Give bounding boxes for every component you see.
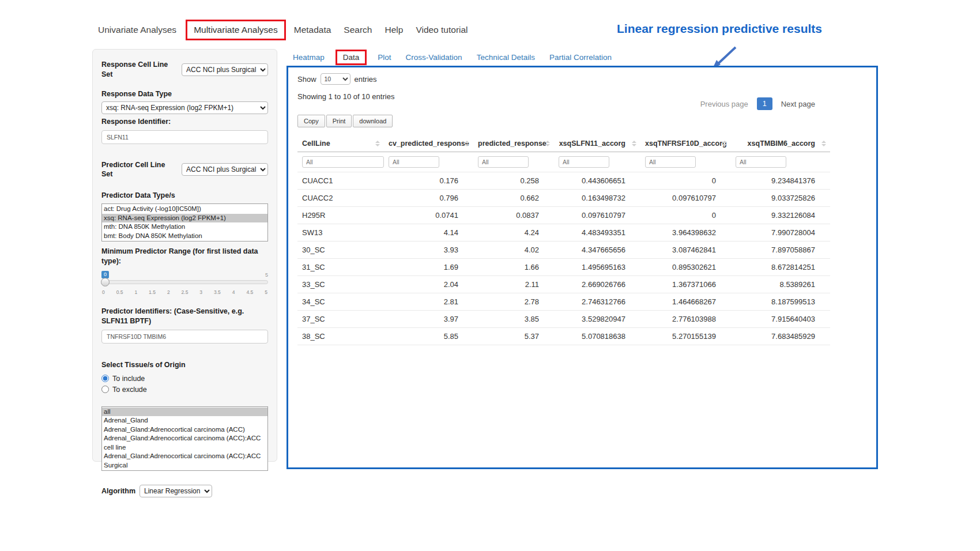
slider-track[interactable]	[101, 280, 268, 284]
top-nav: Univariate AnalysesMultivariate Analyses…	[98, 20, 481, 40]
response-identifier-input[interactable]	[101, 130, 268, 144]
tab-data[interactable]: Data	[336, 50, 367, 65]
previous-page-button[interactable]: Previous page	[700, 100, 748, 108]
copy-button[interactable]: Copy	[297, 115, 325, 127]
cell-value: 8.187599513	[731, 293, 830, 311]
sort-icon[interactable]	[632, 141, 636, 146]
option-adrenal-gland[interactable]: Adrenal_Gland	[102, 416, 267, 425]
slider-tick: 4	[232, 289, 235, 295]
cell-value: 0.163498732	[554, 190, 640, 207]
table-body: CUACC10.1760.2580.44360665109.234841376C…	[297, 172, 830, 345]
min-predictor-range-label: Minimum Predictor Range (for first liste…	[101, 247, 268, 266]
table-row[interactable]: 31_SC1.691.661.4956951630.8953026218.672…	[297, 259, 830, 276]
next-page-button[interactable]: Next page	[781, 100, 815, 108]
cell-value: 0.097610797	[640, 190, 731, 207]
response-cell-line-set-select[interactable]: ACC NCI plus Surgical	[182, 63, 268, 76]
sort-icon[interactable]	[821, 141, 826, 146]
cell-value: 2.776103988	[640, 311, 731, 328]
cell-value: 1.367371066	[640, 276, 731, 293]
option-bmt-body-dna-850k-methylation[interactable]: bmt: Body DNA 850K Methylation	[102, 232, 267, 241]
option-xsq-rna-seq-expression-log2-fpkm-1[interactable]: xsq: RNA-seq Expression (log2 FPKM+1)	[102, 214, 267, 223]
cell-value: 3.964398632	[640, 224, 731, 241]
table-row[interactable]: H295R0.07410.08370.09761079709.332126084	[297, 207, 830, 224]
table-row[interactable]: 38_SC5.855.375.0708186385.2701551397.683…	[297, 328, 830, 345]
sort-icon[interactable]	[465, 141, 469, 146]
nav-item-multivariate-analyses[interactable]: Multivariate Analyses	[186, 20, 286, 40]
column-header-xsqtnfrsf10d-accorg[interactable]: xsqTNFRSF10D_accorg	[640, 135, 731, 152]
column-header-cellline[interactable]: CellLine	[297, 135, 384, 152]
tab-heatmap[interactable]: Heatmap	[293, 53, 325, 62]
sort-icon[interactable]	[375, 141, 380, 146]
option-adrenal-gland-adrenocortical-carcinoma-acc[interactable]: Adrenal_Gland:Adrenocortical carcinoma (…	[102, 425, 267, 435]
option-mth-dna-850k-methylation[interactable]: mth: DNA 850K Methylation	[102, 222, 267, 232]
radio-to-exclude[interactable]: To exclude	[101, 386, 268, 394]
table-row[interactable]: CUACC10.1760.2580.44360665109.234841376	[297, 172, 830, 190]
column-header-xsqtmbim6-accorg[interactable]: xsqTMBIM6_accorg	[731, 135, 830, 152]
cell-value: 3.529820947	[554, 311, 640, 328]
cell-value: 0	[640, 207, 731, 224]
sort-icon[interactable]	[545, 141, 550, 146]
print-button[interactable]: Print	[326, 115, 352, 127]
tissue-radio-group: To includeTo exclude	[101, 375, 268, 394]
tab-technical-details[interactable]: Technical Details	[477, 53, 535, 62]
radio-input-to-exclude[interactable]	[101, 386, 109, 393]
nav-item-search[interactable]: Search	[344, 25, 372, 35]
response-cell-line-set-field: Response Cell Line Set ACC NCI plus Surg…	[101, 60, 268, 80]
table-row[interactable]: CUACC20.7960.6620.1634987320.0976107979.…	[297, 190, 830, 207]
cell-line-value: CUACC2	[297, 190, 384, 207]
response-data-type-select[interactable]: xsq: RNA-seq Expression (log2 FPKM+1)	[101, 101, 268, 114]
cell-value: 0.796	[384, 190, 473, 207]
table-row[interactable]: 37_SC3.973.853.5298209472.7761039887.915…	[297, 311, 830, 328]
slider-handle[interactable]	[101, 278, 110, 286]
predictor-cell-line-set-field: Predictor Cell Line Set ACC NCI plus Sur…	[101, 160, 268, 180]
filter-input-xsqslfn11-accorg[interactable]	[559, 156, 609, 168]
cell-value: 9.234841376	[731, 172, 830, 190]
cell-value: 0.662	[473, 190, 554, 207]
predictor-identifiers-label: Predictor Identifiers: (Case-Sensitive, …	[101, 307, 268, 326]
table-row[interactable]: SW134.144.244.4834933513.9643986327.9907…	[297, 224, 830, 241]
column-label: predicted_response	[478, 139, 546, 148]
filter-input-cellline[interactable]	[302, 156, 384, 168]
cell-line-value: 30_SC	[297, 241, 384, 259]
table-row[interactable]: 34_SC2.812.782.7463127661.4646682678.187…	[297, 293, 830, 311]
tab-partial-correlation[interactable]: Partial Correlation	[549, 53, 612, 62]
option-act-drug-activity-log10-ic50m[interactable]: act: Drug Activity (-log10[IC50M])	[102, 205, 267, 214]
slider-tick: 1	[134, 289, 137, 295]
tissue-label: Select Tissue/s of Origin	[101, 360, 268, 370]
pagination: Previous page 1 Next page	[700, 97, 815, 110]
sort-icon[interactable]	[722, 141, 727, 146]
option-all[interactable]: all	[102, 407, 267, 417]
page-number-button[interactable]: 1	[757, 97, 772, 110]
filter-input-cv-predicted-response[interactable]	[389, 156, 439, 168]
tab-plot[interactable]: Plot	[378, 53, 391, 62]
column-header-xsqslfn11-accorg[interactable]: xsqSLFN11_accorg	[554, 135, 640, 152]
slider-tick: 3	[199, 289, 202, 295]
nav-item-metadata[interactable]: Metadata	[294, 25, 331, 35]
slider-tick: 0	[102, 289, 105, 295]
cell-value: 4.483493351	[554, 224, 640, 241]
download-button[interactable]: download	[353, 115, 393, 127]
option-adrenal-gland-adrenocortical-carcinoma-acc-acc-s[interactable]: Adrenal_Gland:Adrenocortical carcinoma (…	[102, 452, 267, 470]
cell-value: 3.85	[473, 311, 554, 328]
nav-item-help[interactable]: Help	[385, 25, 403, 35]
column-header-predicted-response[interactable]: predicted_response	[473, 135, 554, 152]
entries-select[interactable]: 10	[321, 73, 350, 85]
predictor-identifiers-input[interactable]	[101, 330, 268, 344]
table-row[interactable]: 30_SC3.934.024.3476656563.0874628417.897…	[297, 241, 830, 259]
column-header-cv-predicted-response[interactable]: cv_predicted_response	[384, 135, 473, 152]
option-adrenal-gland-adrenocortical-carcinoma-acc-acc-c[interactable]: Adrenal_Gland:Adrenocortical carcinoma (…	[102, 434, 267, 452]
nav-item-video-tutorial[interactable]: Video tutorial	[416, 25, 468, 35]
predictor-data-type-list: act: Drug Activity (-log10[IC50M])xsq: R…	[101, 203, 268, 241]
filter-input-predicted-response[interactable]	[478, 156, 529, 168]
cell-value: 8.5389261	[731, 276, 830, 293]
filter-input-xsqtmbim6-accorg[interactable]	[736, 156, 786, 168]
radio-to-include[interactable]: To include	[101, 375, 268, 383]
filter-input-xsqtnfrsf10d-accorg[interactable]	[645, 156, 696, 168]
algorithm-select[interactable]: Linear Regression	[140, 485, 212, 497]
nav-item-univariate-analyses[interactable]: Univariate Analyses	[98, 25, 176, 35]
radio-input-to-include[interactable]	[101, 375, 109, 382]
tab-cross-validation[interactable]: Cross-Validation	[406, 53, 462, 62]
table-row[interactable]: 33_SC2.042.112.6690267661.3673710668.538…	[297, 276, 830, 293]
annotation-title: Linear regression predictive results	[617, 22, 822, 36]
predictor-cell-line-set-select[interactable]: ACC NCI plus Surgical	[182, 163, 268, 176]
